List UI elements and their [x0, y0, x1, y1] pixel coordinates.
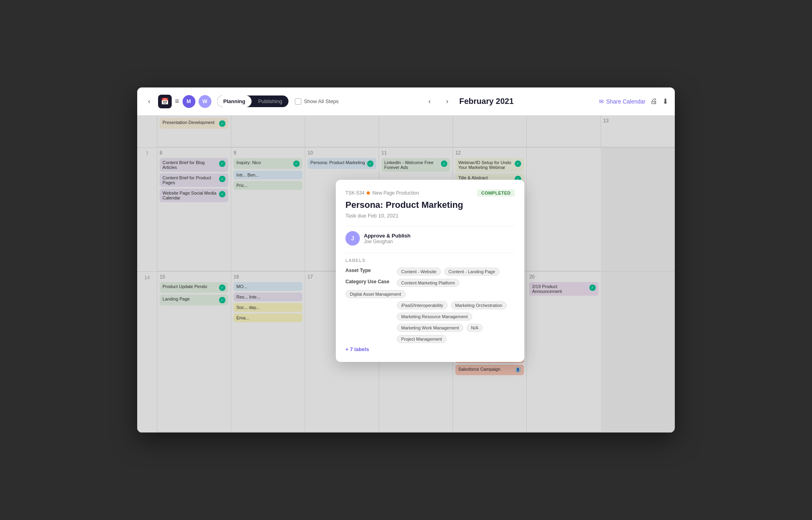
label-tag-mrm[interactable]: Marketing Resource Management [397, 313, 472, 321]
label-tag-marketing-orch[interactable]: Marketing Orchestration [451, 301, 507, 309]
calendar-body: Presentation Development ✓ 13 7 8 [137, 116, 675, 433]
modal-header: TSK-534 New Page Production COMPLETED [345, 189, 515, 197]
header-left: ‹ 📅 ≡ M W Planning Publishing Show All S… [144, 95, 339, 108]
label-key-asset-type: Asset Type [345, 268, 394, 273]
show-all-steps-checkbox[interactable] [295, 98, 301, 105]
labels-section: LABELS Asset Type Content - Website Cont… [345, 258, 515, 352]
assignee-name: Joe Geoghan [364, 239, 410, 244]
task-id: TSK-534 New Page Production [345, 190, 419, 196]
more-labels-button[interactable]: + 7 labels [345, 346, 515, 352]
header-right: ✉ Share Calendar 🖨 ⬇ [599, 97, 668, 106]
label-row-category-3: Marketing Resource Management Marketing … [397, 313, 515, 332]
task-id-text: TSK-534 [345, 190, 364, 196]
status-label: New Page Production [372, 190, 419, 196]
modal-assignee: J Approve & Publish Joe Geoghan [345, 231, 515, 246]
label-tag-ipaas[interactable]: iPaaS/Interoperability [397, 301, 448, 309]
menu-icon[interactable]: ≡ [175, 97, 179, 106]
assignee-role: Approve & Publish [364, 233, 410, 239]
modal-divider-2 [345, 253, 515, 253]
label-tag-mwm[interactable]: Marketing Work Management [397, 324, 463, 332]
modal-divider-1 [345, 226, 515, 226]
header-center: ‹ › February 2021 [343, 96, 595, 107]
tab-publishing[interactable]: Publishing [252, 95, 288, 107]
avatar-w[interactable]: W [199, 95, 211, 108]
tab-planning[interactable]: Planning [217, 95, 252, 107]
status-dot [367, 191, 370, 195]
completed-badge: COMPLETED [477, 189, 515, 197]
tab-group: Planning Publishing [217, 95, 289, 107]
label-tag-content-website[interactable]: Content - Website [397, 268, 441, 276]
modal-title: Persona: Product Marketing [345, 200, 515, 210]
label-tag-cmp[interactable]: Content Marketing Platform [397, 279, 459, 287]
label-tag-na[interactable]: N/A [467, 324, 483, 332]
share-calendar-button[interactable]: ✉ Share Calendar [599, 98, 646, 105]
label-row-category: Category Use Case Content Marketing Plat… [345, 279, 515, 298]
labels-title: LABELS [345, 258, 515, 263]
header: ‹ 📅 ≡ M W Planning Publishing Show All S… [137, 87, 675, 116]
app-window: ‹ 📅 ≡ M W Planning Publishing Show All S… [137, 87, 675, 433]
prev-month-button[interactable]: ‹ [424, 96, 435, 107]
show-all-steps-label: Show All Steps [304, 98, 339, 104]
modal-due: Task due Feb 10, 2021 [345, 213, 515, 219]
month-title: February 2021 [459, 97, 514, 106]
assignee-avatar: J [345, 231, 360, 246]
share-label: Share Calendar [606, 98, 646, 105]
label-tag-content-landing[interactable]: Content - Landing Page [444, 268, 499, 276]
download-icon[interactable]: ⬇ [662, 97, 668, 106]
avatar-m[interactable]: M [183, 95, 195, 108]
next-month-button[interactable]: › [442, 96, 453, 107]
label-row-asset-type: Asset Type Content - Website Content - L… [345, 268, 515, 276]
label-row-category-2: iPaaS/Interoperability Marketing Orchest… [397, 301, 515, 309]
label-tag-dam[interactable]: Digital Asset Management [345, 290, 406, 298]
back-button[interactable]: ‹ [144, 96, 155, 107]
label-key-category: Category Use Case [345, 279, 394, 284]
print-icon[interactable]: 🖨 [650, 97, 658, 106]
label-tag-pm[interactable]: Project Management [397, 335, 447, 343]
task-detail-modal: TSK-534 New Page Production COMPLETED Pe… [336, 180, 524, 362]
label-row-category-4: Project Management [397, 335, 515, 343]
modal-overlay[interactable]: TSK-534 New Page Production COMPLETED Pe… [137, 116, 675, 433]
show-all-steps: Show All Steps [295, 98, 339, 105]
calendar-icon: 📅 [158, 95, 172, 108]
assignee-info: Approve & Publish Joe Geoghan [364, 233, 410, 244]
share-icon: ✉ [599, 98, 604, 105]
